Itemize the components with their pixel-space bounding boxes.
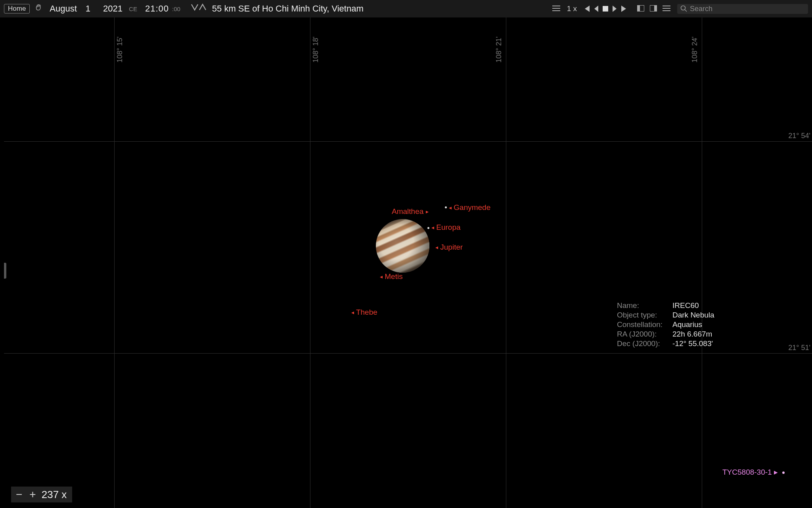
europa-label[interactable]: ◂ Europa <box>431 223 461 232</box>
home-button[interactable]: Home <box>4 4 30 13</box>
sky-view[interactable]: 108° 15' 108° 18' 108° 21' 108° 24' 21° … <box>4 17 812 508</box>
ganymede-dot[interactable] <box>445 206 447 208</box>
jupiter-disk[interactable] <box>367 210 438 281</box>
search-input[interactable] <box>690 5 805 13</box>
time-seconds[interactable]: :00 <box>172 6 180 12</box>
date-year[interactable]: 2021 <box>103 4 123 14</box>
info-key-constellation: Constellation: <box>617 320 672 329</box>
svg-rect-4 <box>654 6 657 11</box>
svg-rect-0 <box>603 6 608 12</box>
gridline-vertical <box>310 17 310 508</box>
star-label[interactable]: TYC5808-30-1 ▸ <box>722 468 785 477</box>
gridline-horizontal <box>4 141 812 142</box>
svg-rect-2 <box>638 6 640 11</box>
panel-left-icon[interactable] <box>637 4 644 13</box>
europa-dot[interactable] <box>427 227 429 229</box>
info-val-type: Dark Nebula <box>672 310 714 320</box>
grid-label-dec: 21° 54' <box>788 132 810 140</box>
zoom-indicator: − + 237 x <box>11 487 72 502</box>
zoom-in-button[interactable]: + <box>28 488 37 501</box>
step-back-button[interactable] <box>593 6 600 12</box>
grid-label-ra: 108° 15' <box>116 37 124 63</box>
gridline-horizontal <box>4 353 812 354</box>
info-val-dec: -12° 55.083' <box>672 339 713 348</box>
skip-forward-button[interactable] <box>620 6 628 12</box>
pan-hand-icon[interactable] <box>34 3 43 14</box>
info-key-ra: RA (J2000): <box>617 329 672 339</box>
panel-right-icon[interactable] <box>650 4 657 13</box>
step-forward-button[interactable] <box>611 6 618 12</box>
location-label[interactable]: 55 km SE of Ho Chi Minh City, Vietnam <box>212 4 364 14</box>
gridline-vertical <box>506 17 506 508</box>
date-day[interactable]: 1 <box>86 4 90 14</box>
info-key-name: Name: <box>617 301 672 310</box>
info-val-ra: 22h 6.667m <box>672 329 712 339</box>
gridline-vertical <box>114 17 115 508</box>
time-speed-label[interactable]: 1 x <box>567 4 577 13</box>
menu-icon[interactable] <box>552 4 560 13</box>
time-step-chevrons[interactable] <box>191 4 207 14</box>
playback-controls <box>582 6 628 12</box>
search-box[interactable] <box>677 4 808 14</box>
info-key-dec: Dec (J2000): <box>617 339 672 348</box>
grid-label-ra: 108° 18' <box>312 37 320 63</box>
svg-point-5 <box>681 6 686 10</box>
grid-label-ra: 108° 21' <box>495 37 503 63</box>
search-icon <box>680 5 688 12</box>
info-val-constellation: Aquarius <box>672 320 702 329</box>
stop-button[interactable] <box>601 6 609 12</box>
amalthea-label[interactable]: Amalthea ▸ <box>392 207 429 216</box>
metis-label[interactable]: ◂ Metis <box>380 272 403 281</box>
grid-label-ra: 108° 24' <box>691 37 699 63</box>
zoom-out-button[interactable]: − <box>14 488 24 501</box>
star-dot <box>782 471 785 474</box>
skip-back-button[interactable] <box>582 6 591 12</box>
top-toolbar: Home August 1 2021 CE 21:00:00 55 km SE … <box>0 0 812 17</box>
time-hours-minutes[interactable]: 21:00 <box>145 4 169 14</box>
thebe-label[interactable]: ◂ Thebe <box>351 308 377 317</box>
menu2-icon[interactable] <box>663 4 670 13</box>
gridline-vertical <box>702 17 702 508</box>
date-month[interactable]: August <box>50 4 77 14</box>
info-val-name: IREC60 <box>672 301 699 310</box>
ganymede-label[interactable]: ◂ Ganymede <box>449 203 490 212</box>
jupiter-label[interactable]: ◂ Jupiter <box>435 243 463 252</box>
zoom-level-label: 237 x <box>42 489 67 501</box>
grid-label-dec: 21° 51' <box>788 344 810 352</box>
side-handle[interactable] <box>4 263 6 279</box>
date-era: CE <box>129 6 137 12</box>
object-info-panel: Name:IREC60 Object type:Dark Nebula Cons… <box>617 301 714 348</box>
info-key-type: Object type: <box>617 310 672 320</box>
